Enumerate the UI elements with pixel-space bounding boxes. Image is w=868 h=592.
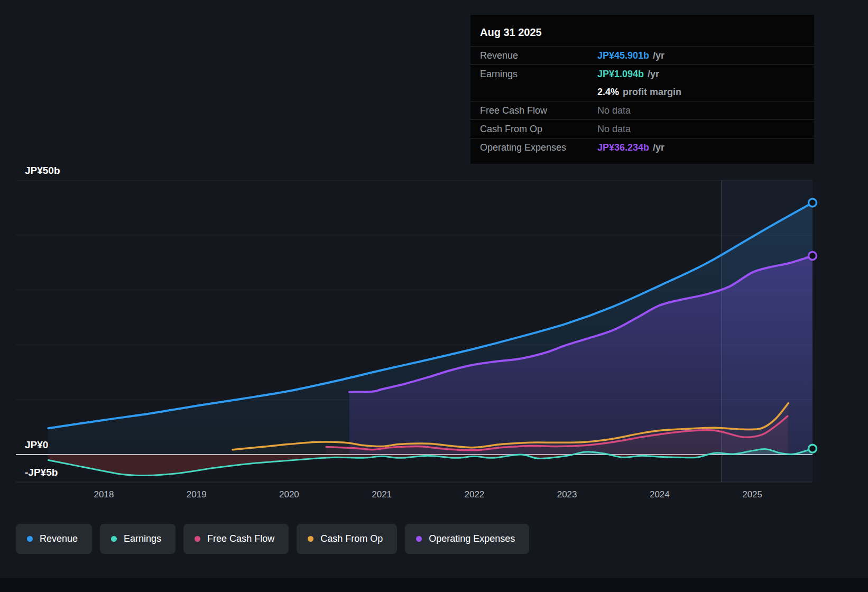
tooltip-value-earnings: JP¥1.094b/yr <box>597 69 659 80</box>
legend-label-free-cash-flow: Free Cash Flow <box>207 533 274 544</box>
tooltip-label-free-cash-flow: Free Cash Flow <box>480 105 597 116</box>
bottom-strip <box>0 578 868 592</box>
tooltip-label-operating-expenses: Operating Expenses <box>480 142 597 153</box>
legend-item-cash-from-op[interactable]: Cash From Op <box>297 524 397 554</box>
legend-item-revenue[interactable]: Revenue <box>16 524 92 554</box>
tooltip-value-revenue: JP¥45.901b/yr <box>597 50 664 61</box>
tooltip-row-profit-margin: 2.4%profit margin <box>470 83 814 101</box>
legend-dot-operating-expenses <box>416 536 422 542</box>
tooltip-row-free-cash-flow: Free Cash Flow No data <box>470 101 814 119</box>
tooltip-label-cash-from-op: Cash From Op <box>480 124 597 135</box>
legend-label-operating-expenses: Operating Expenses <box>429 533 515 544</box>
tooltip-row-operating-expenses: Operating Expenses JP¥36.234b/yr <box>470 138 814 156</box>
legend-label-earnings: Earnings <box>124 533 161 544</box>
chart-tooltip: Aug 31 2025 Revenue JP¥45.901b/yr Earnin… <box>470 15 814 164</box>
x-axis-label: 2025 <box>742 489 762 500</box>
tooltip-row-cash-from-op: Cash From Op No data <box>470 119 814 138</box>
legend-dot-cash-from-op <box>308 536 313 542</box>
legend-item-operating-expenses[interactable]: Operating Expenses <box>405 524 529 554</box>
tooltip-value-profit-margin: 2.4%profit margin <box>597 87 681 98</box>
legend-item-earnings[interactable]: Earnings <box>100 524 176 554</box>
tooltip-label-earnings: Earnings <box>480 69 597 80</box>
tooltip-date: Aug 31 2025 <box>470 21 814 46</box>
tooltip-value-operating-expenses: JP¥36.234b/yr <box>597 142 664 153</box>
legend-dot-revenue <box>27 536 33 542</box>
x-axis-label: 2018 <box>94 489 114 500</box>
x-axis-label: 2021 <box>372 489 392 500</box>
x-axis-label: 2020 <box>279 489 299 500</box>
legend-dot-free-cash-flow <box>195 536 200 542</box>
tooltip-value-cash-from-op: No data <box>597 124 634 135</box>
x-axis-label: 2024 <box>650 489 670 500</box>
tooltip-row-revenue: Revenue JP¥45.901b/yr <box>470 46 814 64</box>
tooltip-label-revenue: Revenue <box>480 50 597 61</box>
legend-label-cash-from-op: Cash From Op <box>320 533 383 544</box>
tooltip-row-earnings: Earnings JP¥1.094b/yr <box>470 64 814 83</box>
y-axis-label: -JP¥5b <box>25 467 58 478</box>
legend-label-revenue: Revenue <box>40 533 78 544</box>
y-axis-label: JP¥0 <box>25 439 48 451</box>
chart-page: JP¥50bJP¥0-JP¥5b 20182019202020212022202… <box>0 0 868 592</box>
chart-legend: Revenue Earnings Free Cash Flow Cash Fro… <box>16 524 529 554</box>
x-axis-label: 2023 <box>557 489 577 500</box>
legend-dot-earnings <box>111 536 117 542</box>
legend-item-free-cash-flow[interactable]: Free Cash Flow <box>183 524 289 554</box>
x-axis-label: 2019 <box>187 489 207 500</box>
x-axis-label: 2022 <box>464 489 484 500</box>
y-axis-label: JP¥50b <box>25 165 60 177</box>
tooltip-value-free-cash-flow: No data <box>597 105 634 116</box>
